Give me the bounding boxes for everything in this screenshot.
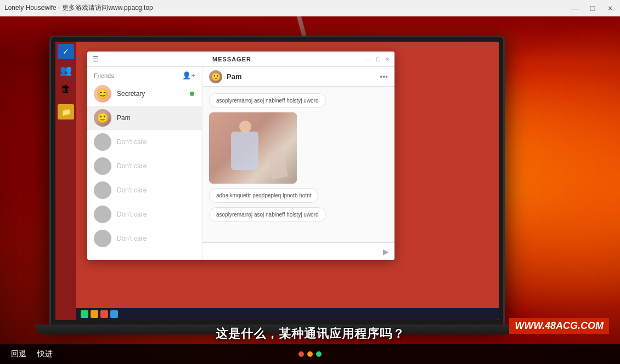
contact-item-dc5[interactable]: Don't care (87, 226, 202, 251)
tray-icon-red (100, 310, 108, 318)
contact-item-pam[interactable]: 🙂 Pam (87, 106, 202, 130)
messenger-window: ☰ MESSAGER — □ × (87, 52, 394, 260)
dc1-avatar (94, 133, 111, 151)
watermark: WWW.48ACG.COM (509, 318, 609, 334)
friends-label: Friends (94, 72, 114, 79)
dc4-name: Don't care (117, 211, 146, 218)
taskbar-left: ✓ 👥 🗑 📁 (55, 42, 76, 320)
laptop-frame: ✓ 👥 🗑 📁 (49, 36, 505, 326)
pam-name: Pam (117, 114, 131, 122)
chat-contact-info: 🙂 Pam (209, 70, 241, 83)
messenger-title: MESSAGER (212, 56, 251, 62)
window-controls: — □ × (570, 4, 616, 13)
contact-item-dc2[interactable]: Don't care (87, 154, 202, 178)
dc3-avatar (94, 181, 111, 199)
dot-yellow (307, 351, 313, 357)
messenger-close[interactable]: × (386, 56, 389, 62)
laptop-screen: ✓ 👥 🗑 📁 (55, 42, 499, 320)
chat-input-area: ▶ (202, 242, 394, 260)
forward-button[interactable]: 快进 (37, 349, 53, 359)
contact-item-dc3[interactable]: Don't care (87, 178, 202, 202)
tray-icon-blue (110, 310, 118, 318)
secretary-avatar: 😊 (94, 85, 111, 103)
messenger-body: Friends 👤+ 😊 Secretary (87, 67, 394, 260)
dc2-avatar (94, 157, 111, 175)
chat-panel: 🙂 Pam ••• asoplyremarroj aso (202, 67, 394, 260)
check-icon: ✓ (63, 47, 69, 56)
window-title: Lonely Housewife - 更多游戏请访问www.ppacg.top (4, 3, 153, 13)
message-3: adbalkmquettr peqdpepleq lpnotb hotnt (209, 188, 318, 203)
chat-contact-name: Pam (227, 72, 241, 81)
dc5-avatar (94, 230, 111, 247)
dc5-name: Don't care (117, 235, 146, 242)
tray-icon-green (81, 310, 88, 318)
dot-red (298, 351, 304, 357)
chat-avatar-face: 🙂 (211, 72, 221, 81)
pam-face: 🙂 (97, 112, 109, 124)
contact-item-dc1[interactable]: Don't care (87, 130, 202, 154)
folder-icon: 📁 (61, 107, 71, 116)
message-image (209, 112, 297, 184)
message-4: asoplyremarroj asoj nabineff holstyj uwo… (209, 207, 326, 222)
online-indicator (190, 92, 194, 96)
maximize-button[interactable]: □ (587, 4, 598, 13)
message-3-text: adbalkmquettr peqdpepleq lpnotb hotnt (216, 192, 311, 198)
taskbar-icon-people[interactable]: 👥 (58, 62, 74, 78)
close-button[interactable]: × (605, 4, 616, 13)
subtitle-text: 这是什么，某种通讯应用程序吗？ (216, 326, 405, 342)
background-scene: ✓ 👥 🗑 📁 (0, 16, 620, 364)
secretary-name: Secretary (117, 90, 145, 98)
chat-pam-avatar: 🙂 (209, 70, 222, 83)
desktop-content: ☰ MESSAGER — □ × (76, 42, 499, 320)
dc1-name: Don't care (117, 138, 146, 146)
taskbar-icon-folder[interactable]: 📁 (58, 104, 74, 120)
recycle-icon: 🗑 (61, 83, 71, 95)
messenger-minimize[interactable]: — (365, 56, 371, 62)
people-icon: 👥 (60, 64, 72, 76)
minimize-button[interactable]: — (570, 4, 580, 13)
messenger-controls: — □ × (365, 56, 389, 62)
messenger-titlebar: ☰ MESSAGER — □ × (87, 52, 394, 67)
dc2-name: Don't care (117, 162, 146, 170)
pam-avatar: 🙂 (94, 109, 111, 127)
dc3-name: Don't care (117, 186, 146, 194)
messenger-maximize[interactable]: □ (376, 56, 380, 62)
friends-panel: Friends 👤+ 😊 Secretary (87, 67, 202, 260)
taskbar-icon-recycle[interactable]: 🗑 (58, 81, 74, 96)
back-button[interactable]: 回退 (11, 349, 26, 359)
watermark-text: WWW.48ACG.COM (515, 320, 604, 331)
friends-header: Friends 👤+ (87, 67, 202, 82)
chat-header: 🙂 Pam ••• (202, 67, 394, 87)
messages-area: asoplyremarroj asoj nabineff holstyj uwo… (202, 87, 394, 242)
message-1: asoplyremarroj asoj nabineff holstyj uwo… (209, 93, 326, 108)
controls-bar: 回退 快进 (0, 344, 620, 364)
desktop: ✓ 👥 🗑 📁 (55, 42, 499, 320)
contact-item-dc4[interactable]: Don't care (87, 202, 202, 226)
contact-item-secretary[interactable]: 😊 Secretary (87, 82, 202, 106)
dc4-avatar (94, 206, 111, 223)
media-dots (298, 351, 322, 357)
desktop-taskbar (76, 308, 499, 320)
message-image-inner (209, 112, 297, 184)
window-chrome: Lonely Housewife - 更多游戏请访问www.ppacg.top … (0, 0, 620, 16)
tray-icon-yellow (91, 310, 98, 318)
message-1-text: asoplyremarroj asoj nabineff holstyj uwo… (216, 98, 319, 104)
dot-green (316, 351, 322, 357)
add-friend-icon[interactable]: 👤+ (182, 71, 195, 79)
taskbar-icon-check[interactable]: ✓ (58, 44, 74, 59)
chat-more-icon[interactable]: ••• (380, 72, 388, 81)
secretary-face: 😊 (97, 88, 109, 100)
message-4-text: asoplyremarroj asoj nabineff holstyj uwo… (216, 212, 319, 218)
send-button[interactable]: ▶ (383, 247, 389, 256)
hamburger-icon: ☰ (93, 55, 99, 63)
